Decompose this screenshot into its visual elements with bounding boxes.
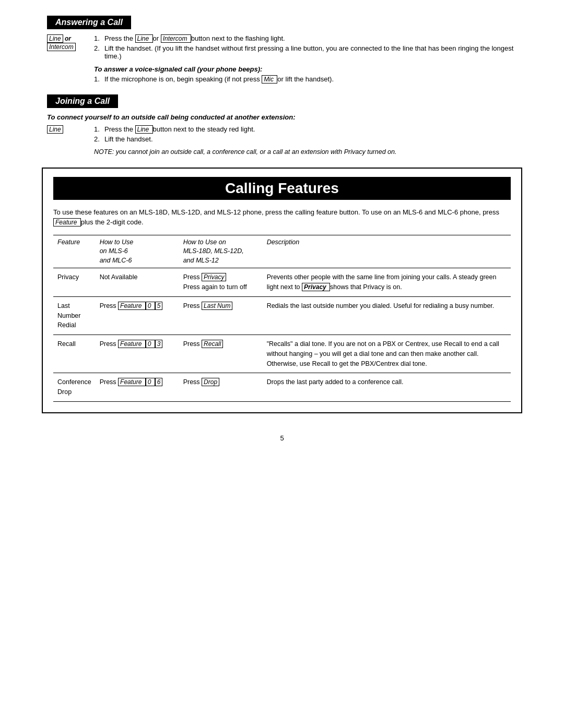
voice-signal-section: To answer a voice-signaled call (your ph… xyxy=(94,65,522,83)
joining-steps-content: 1. Press the Line button next to the ste… xyxy=(94,125,522,157)
answering-steps-content: 1. Press the Line or Intercom button nex… xyxy=(94,34,522,85)
feature-desc-last-number-redial: Redials the last outside number you dial… xyxy=(263,296,511,335)
feature-name-recall: Recall xyxy=(53,335,96,373)
col-header-description: Description xyxy=(263,235,511,268)
voice-signal-step1: 1. If the microphone is on, begin speaki… xyxy=(94,75,522,83)
table-header-row: Feature How to Useon MLS-6and MLC-6 How … xyxy=(53,235,511,268)
line-btn: Line xyxy=(47,34,63,43)
answering-step1-row: Line or Intercom 1. Press the Line or In… xyxy=(47,34,522,85)
answering-step1: 1. Press the Line or Intercom button nex… xyxy=(94,34,522,42)
col-header-mls18: How to Use onMLS-18D, MLS-12D,and MLS-12 xyxy=(179,235,263,268)
feature-mls18-recall: Press Recall xyxy=(179,335,263,373)
col-header-feature: Feature xyxy=(53,235,96,268)
intercom-btn: Intercom xyxy=(47,43,76,51)
feature-mls18-last-number-redial: Press Last Num xyxy=(179,296,263,335)
answering-label1: Line or Intercom xyxy=(47,34,94,85)
page-number: 5 xyxy=(42,434,522,442)
answering-step2: 2. Lift the handset. (If you lift the ha… xyxy=(94,44,522,60)
joining-step2: 2. Lift the handset. xyxy=(94,135,522,143)
feature-mls6-last-number-redial: Press Feature 0 5 xyxy=(96,296,179,335)
col-header-mls6: How to Useon MLS-6and MLC-6 xyxy=(96,235,179,268)
joining-intro: To connect yourself to an outside call b… xyxy=(47,113,522,121)
feature-mls18-privacy: Press Privacy Press again to turn off xyxy=(179,268,263,297)
feature-desc-recall: "Recalls" a dial tone. If you are not on… xyxy=(263,335,511,373)
feature-mls6-privacy: Not Available xyxy=(96,268,179,297)
calling-features-title: Calling Features xyxy=(53,177,511,200)
calling-features-section: Calling Features To use these features o… xyxy=(42,168,522,413)
features-table: Feature How to Useon MLS-6and MLC-6 How … xyxy=(53,235,511,402)
voice-signal-header: To answer a voice-signaled call (your ph… xyxy=(94,65,522,73)
feature-name-privacy: Privacy xyxy=(53,268,96,297)
feature-desc-privacy: Prevents other people with the same line… xyxy=(263,268,511,297)
joining-section: Joining a Call To connect yourself to an… xyxy=(42,94,522,157)
calling-features-intro: To use these features on an MLS-18D, MLS… xyxy=(53,207,511,228)
table-row: Last Number Redial Press Feature 0 5 Pre… xyxy=(53,296,511,335)
answering-header: Answering a Call xyxy=(47,16,131,29)
feature-desc-conference-drop: Drops the last party added to a conferen… xyxy=(263,373,511,402)
feature-name-conference-drop: Conference Drop xyxy=(53,373,96,402)
joining-step1: 1. Press the Line button next to the ste… xyxy=(94,125,522,133)
feature-mls6-recall: Press Feature 0 3 xyxy=(96,335,179,373)
joining-header: Joining a Call xyxy=(47,94,118,108)
joining-label: Line xyxy=(47,125,94,157)
answering-section: Answering a Call Line or Intercom 1. Pre… xyxy=(42,16,522,85)
feature-mls6-conference-drop: Press Feature 0 6 xyxy=(96,373,179,402)
feature-name-last-number-redial: Last Number Redial xyxy=(53,296,96,335)
feature-mls18-conference-drop: Press Drop xyxy=(179,373,263,402)
joining-note: NOTE: you cannot join an outside call, a… xyxy=(94,147,522,157)
table-row: Conference Drop Press Feature 0 6 Press … xyxy=(53,373,511,402)
table-row: Privacy Not Available Press Privacy Pres… xyxy=(53,268,511,297)
table-row: Recall Press Feature 0 3 Press Recall "R… xyxy=(53,335,511,373)
joining-steps-row: Line 1. Press the Line button next to th… xyxy=(47,125,522,157)
